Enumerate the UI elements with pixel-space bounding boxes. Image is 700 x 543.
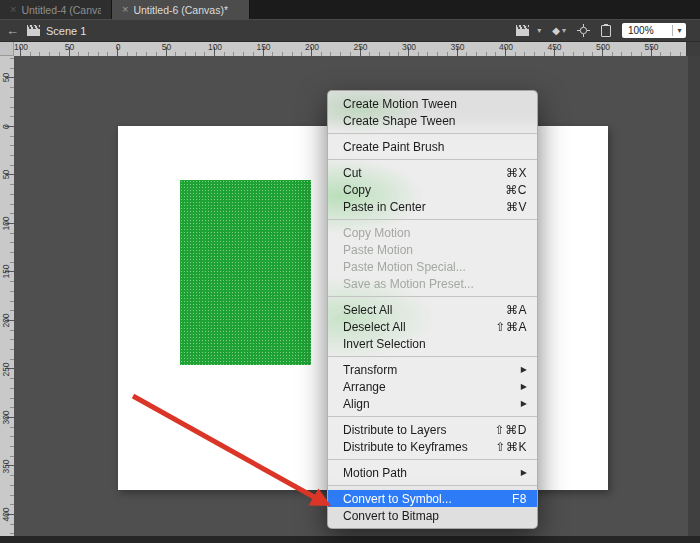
- menu-item-label: Convert to Symbol...: [343, 492, 512, 506]
- menu-item-label: Arrange: [343, 380, 521, 394]
- menu-item-label: Distribute to Keyframes: [343, 440, 495, 454]
- ruler-label: 350: [1, 455, 12, 477]
- menu-item-label: Distribute to Layers: [343, 423, 495, 437]
- menu-item-paste-motion-special: Paste Motion Special...: [328, 258, 537, 275]
- menu-item-label: Motion Path: [343, 466, 521, 480]
- menu-separator: [328, 459, 537, 460]
- menu-item-create-motion-tween[interactable]: Create Motion Tween: [328, 95, 537, 112]
- menu-item-label: Create Shape Tween: [343, 114, 527, 128]
- menu-item-create-shape-tween[interactable]: Create Shape Tween: [328, 112, 537, 129]
- zoom-select[interactable]: 100% ▾: [622, 23, 686, 38]
- menu-item-label: Deselect All: [343, 320, 495, 334]
- menu-item-distribute-to-layers[interactable]: Distribute to Layers⇧⌘D: [328, 421, 537, 438]
- scene-breadcrumb[interactable]: Scene 1: [46, 25, 86, 37]
- menu-separator: [328, 416, 537, 417]
- menu-item-create-paint-brush[interactable]: Create Paint Brush: [328, 138, 537, 155]
- tab-untitled-6[interactable]: × Untitled-6 (Canvas)*: [112, 0, 250, 19]
- menu-item-distribute-to-keyframes[interactable]: Distribute to Keyframes⇧⌘K: [328, 438, 537, 455]
- tab-label: Untitled-6 (Canvas)*: [133, 4, 228, 16]
- ruler-label: 100: [208, 42, 222, 52]
- submenu-arrow-icon: ▶: [521, 365, 527, 374]
- menu-item-paste-motion: Paste Motion: [328, 241, 537, 258]
- ruler-corner-right: [686, 42, 700, 56]
- menu-item-copy-motion: Copy Motion: [328, 224, 537, 241]
- menu-shortcut: F8: [512, 492, 527, 506]
- menu-item-save-as-motion-preset: Save as Motion Preset...: [328, 275, 537, 292]
- submenu-arrow-icon: ▶: [521, 399, 527, 408]
- menu-item-label: Paste in Center: [343, 200, 506, 214]
- menu-separator: [328, 485, 537, 486]
- menu-item-label: Align: [343, 397, 521, 411]
- menu-separator: [328, 219, 537, 220]
- close-icon[interactable]: ×: [10, 4, 16, 15]
- tab-untitled-4[interactable]: × Untitled-4 (Canvas)*: [0, 0, 112, 19]
- close-icon[interactable]: ×: [122, 4, 128, 15]
- menu-item-label: Convert to Bitmap: [343, 509, 527, 523]
- tab-label: Untitled-4 (Canvas)*: [21, 4, 101, 16]
- vertical-scrollbar[interactable]: [688, 56, 700, 536]
- context-menu: Create Motion TweenCreate Shape TweenCre…: [327, 90, 538, 529]
- chevron-down-icon: ▾: [673, 26, 686, 35]
- edit-scene-button[interactable]: ▾: [516, 25, 541, 36]
- edit-bar-controls: ▾ ◆ ▾ 100% ▾: [516, 20, 686, 41]
- ruler-label: 50: [65, 42, 74, 52]
- ruler-label: 200: [305, 42, 319, 52]
- horizontal-scrollbar[interactable]: [0, 536, 700, 543]
- menu-item-label: Transform: [343, 363, 521, 377]
- ruler-label: 250: [1, 358, 12, 380]
- menu-item-invert-selection[interactable]: Invert Selection: [328, 335, 537, 352]
- menu-shortcut: ⇧⌘K: [495, 440, 527, 454]
- clipboard-button[interactable]: [601, 25, 611, 37]
- menu-item-label: Paste Motion: [343, 243, 527, 257]
- ruler-label: 100: [1, 212, 12, 234]
- back-arrow-button[interactable]: ←: [0, 23, 27, 38]
- ruler-label: 150: [1, 261, 12, 283]
- submenu-arrow-icon: ▶: [521, 382, 527, 391]
- ruler-label: 400: [1, 504, 12, 526]
- menu-item-label: Create Motion Tween: [343, 97, 527, 111]
- menu-item-label: Copy: [343, 183, 505, 197]
- edit-bar: ← Scene 1 ▾ ◆ ▾ 100%: [0, 19, 700, 42]
- menu-item-paste-in-center[interactable]: Paste in Center⌘V: [328, 198, 537, 215]
- ruler-label: 300: [402, 42, 416, 52]
- menu-separator: [328, 356, 537, 357]
- ruler-label: 100: [14, 42, 28, 52]
- zoom-value: 100%: [622, 25, 672, 36]
- menu-item-align[interactable]: Align▶: [328, 395, 537, 412]
- ruler-label: 50: [162, 42, 171, 52]
- edit-symbols-button[interactable]: ◆ ▾: [552, 25, 566, 36]
- menu-item-copy[interactable]: Copy⌘C: [328, 181, 537, 198]
- ruler-label: 0: [116, 42, 121, 52]
- crosshair-icon: [577, 24, 590, 37]
- menu-item-convert-to-symbol[interactable]: Convert to Symbol...F8: [328, 490, 537, 507]
- menu-separator: [328, 159, 537, 160]
- menu-item-transform[interactable]: Transform▶: [328, 361, 537, 378]
- menu-item-convert-to-bitmap[interactable]: Convert to Bitmap: [328, 507, 537, 524]
- menu-separator: [328, 133, 537, 134]
- ruler-label: 50: [1, 67, 12, 89]
- menu-item-arrange[interactable]: Arrange▶: [328, 378, 537, 395]
- clipboard-icon: [601, 25, 611, 37]
- menu-separator: [328, 296, 537, 297]
- menu-item-select-all[interactable]: Select All⌘A: [328, 301, 537, 318]
- menu-item-motion-path[interactable]: Motion Path▶: [328, 464, 537, 481]
- ruler-label: 200: [1, 310, 12, 332]
- ruler-label: 0: [1, 115, 12, 137]
- stage-shape[interactable]: [180, 180, 311, 365]
- menu-item-label: Cut: [343, 166, 506, 180]
- center-frame-button[interactable]: [577, 24, 590, 37]
- ruler-label: 550: [644, 42, 658, 52]
- menu-shortcut: ⌘A: [506, 303, 527, 317]
- menu-item-label: Save as Motion Preset...: [343, 277, 527, 291]
- vertical-ruler: 50050100150200250300350400: [0, 56, 14, 543]
- chevron-down-icon: ▾: [537, 26, 541, 35]
- menu-item-deselect-all[interactable]: Deselect All⇧⌘A: [328, 318, 537, 335]
- menu-shortcut: ⌘X: [506, 166, 527, 180]
- symbol-icon: ◆: [552, 25, 560, 36]
- menu-item-cut[interactable]: Cut⌘X: [328, 164, 537, 181]
- ruler-label: 350: [450, 42, 464, 52]
- ruler-label: 300: [1, 407, 12, 429]
- menu-item-label: Copy Motion: [343, 226, 527, 240]
- menu-item-label: Select All: [343, 303, 506, 317]
- menu-item-label: Paste Motion Special...: [343, 260, 527, 274]
